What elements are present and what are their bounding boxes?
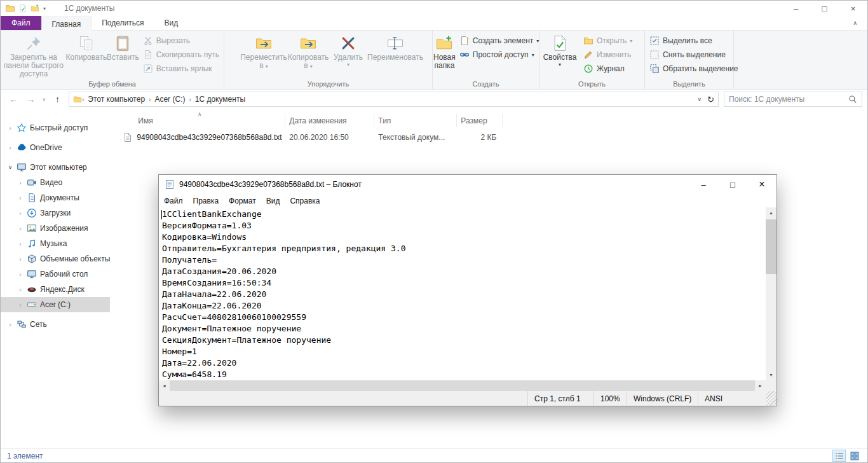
sidebar-item-desktop[interactable]: › Рабочий стол bbox=[1, 266, 110, 282]
cut-button[interactable]: Вырезать bbox=[139, 34, 223, 48]
open-button[interactable]: Открыть ▾ bbox=[580, 34, 636, 48]
sidebar-item-documents[interactable]: › Документы bbox=[1, 190, 110, 205]
breadcrumb-current-folder[interactable]: 1С документы bbox=[191, 95, 249, 104]
horizontal-scroll-thumb[interactable] bbox=[170, 380, 755, 391]
notepad-titlebar[interactable]: 94908043cdbe43c3929e07368b568a8d.txt – Б… bbox=[159, 175, 776, 194]
move-to-button[interactable]: Переместить в ▾ bbox=[241, 31, 286, 79]
rename-button[interactable]: Переименовать bbox=[366, 31, 424, 79]
thumbnails-view-button[interactable] bbox=[848, 450, 861, 462]
tab-view[interactable]: Вид bbox=[154, 16, 188, 30]
easy-access-button[interactable]: Простой доступ ▾ bbox=[456, 48, 543, 62]
chevron-down-icon[interactable]: ∨ bbox=[7, 164, 13, 170]
pin-icon bbox=[25, 34, 43, 52]
copy-path-button[interactable]: Скопировать путь bbox=[139, 48, 223, 62]
sidebar-item-network[interactable]: › Сеть bbox=[1, 317, 110, 332]
back-button[interactable]: ← bbox=[6, 92, 22, 107]
delete-button[interactable]: Удалить ▾ bbox=[330, 31, 366, 79]
column-header-date-modified[interactable]: Дата изменения bbox=[285, 114, 374, 127]
scroll-down-icon[interactable]: ▼ bbox=[766, 370, 776, 380]
history-button[interactable]: Журнал bbox=[580, 62, 636, 76]
scroll-up-icon[interactable]: ▲ bbox=[766, 207, 776, 218]
chevron-right-icon[interactable]: › bbox=[17, 271, 24, 278]
qat-dropdown-icon[interactable]: ▾ bbox=[43, 6, 46, 11]
chevron-right-icon[interactable]: › bbox=[17, 240, 24, 247]
notepad-text-area[interactable]: 1CClientBankExchange ВерсияФормата=1.03 … bbox=[159, 207, 766, 380]
chevron-right-icon[interactable]: › bbox=[17, 301, 24, 308]
up-button[interactable]: ↑ bbox=[50, 92, 65, 107]
maximize-button[interactable]: □ bbox=[718, 175, 747, 194]
chevron-right-icon[interactable]: › bbox=[17, 210, 24, 217]
star-icon bbox=[17, 123, 27, 133]
address-history-icon[interactable]: ∨ bbox=[698, 96, 702, 102]
qat-new-folder-icon[interactable] bbox=[31, 4, 39, 13]
forward-button[interactable]: → bbox=[23, 92, 39, 107]
chevron-right-icon[interactable]: › bbox=[17, 179, 24, 186]
chevron-right-icon[interactable]: › bbox=[7, 144, 13, 151]
chevron-right-icon[interactable]: › bbox=[17, 195, 24, 202]
menu-file[interactable]: Файл bbox=[159, 197, 188, 205]
scroll-right-icon[interactable]: ► bbox=[755, 380, 766, 391]
pin-to-quick-access-button[interactable]: Закрепить на панели быстрого доступа bbox=[1, 31, 66, 79]
search-icon[interactable] bbox=[848, 95, 857, 104]
search-input[interactable] bbox=[729, 95, 844, 104]
edit-button[interactable]: Изменить bbox=[580, 48, 636, 62]
tab-share[interactable]: Поделиться bbox=[92, 16, 154, 30]
collapse-ribbon-icon[interactable]: ∧ bbox=[853, 20, 857, 26]
paste-button[interactable]: Вставить bbox=[107, 31, 139, 79]
chevron-right-icon[interactable]: › bbox=[17, 256, 24, 263]
chevron-right-icon[interactable]: › bbox=[7, 321, 13, 328]
file-row[interactable]: 94908043cdbe43c3929e07368b568a8d.txt 20.… bbox=[110, 130, 503, 144]
chevron-right-icon[interactable]: › bbox=[17, 286, 24, 293]
sidebar-item-videos[interactable]: › Видео bbox=[1, 175, 110, 190]
menu-view[interactable]: Вид bbox=[261, 197, 285, 205]
vertical-scroll-thumb[interactable] bbox=[766, 219, 776, 274]
recent-locations-icon[interactable]: ∨ bbox=[40, 92, 48, 107]
close-button[interactable]: × bbox=[839, 1, 867, 16]
maximize-button[interactable]: □ bbox=[810, 1, 839, 16]
minimize-button[interactable]: – bbox=[689, 175, 718, 194]
sidebar-item-quick-access[interactable]: › Быстрый доступ bbox=[1, 120, 110, 135]
invert-selection-button[interactable]: Обратить выделение bbox=[646, 62, 742, 76]
column-header-name[interactable]: ∧ Имя bbox=[110, 114, 285, 127]
sidebar-item-pictures[interactable]: › Изображения bbox=[1, 221, 110, 236]
qat-properties-icon[interactable] bbox=[18, 4, 27, 13]
zoom-level: 100% bbox=[593, 391, 627, 406]
details-view-button[interactable] bbox=[832, 450, 846, 462]
sidebar-item-3d-objects[interactable]: › Объемные объекты bbox=[1, 251, 110, 266]
sidebar-item-downloads[interactable]: › Загрузки bbox=[1, 205, 110, 221]
breadcrumb-this-pc[interactable]: Этот компьютер bbox=[84, 95, 149, 104]
select-all-button[interactable]: Выделить все bbox=[646, 34, 742, 48]
sidebar-item-music[interactable]: › Музыка bbox=[1, 236, 110, 251]
close-button[interactable]: × bbox=[747, 175, 776, 194]
select-none-button[interactable]: Снять выделение bbox=[646, 48, 742, 62]
sidebar-item-this-pc[interactable]: ∨ Этот компьютер bbox=[1, 160, 110, 175]
minimize-button[interactable]: – bbox=[782, 1, 810, 16]
paste-shortcut-button[interactable]: Вставить ярлык bbox=[139, 62, 223, 76]
vertical-scrollbar[interactable]: ▲ ▼ bbox=[766, 207, 776, 380]
chevron-right-icon[interactable]: › bbox=[17, 225, 24, 232]
address-bar[interactable]: › Этот компьютер › Acer (C:) › 1С докуме… bbox=[69, 92, 719, 107]
column-header-size[interactable]: Размер bbox=[457, 114, 503, 127]
properties-button[interactable]: Свойства ▾ bbox=[540, 31, 580, 79]
breadcrumb-drive-c[interactable]: Acer (C:) bbox=[151, 95, 189, 104]
pictures-icon bbox=[27, 223, 37, 233]
chevron-right-icon[interactable]: › bbox=[7, 125, 13, 132]
notepad-window-controls: – □ × bbox=[689, 175, 776, 194]
sidebar-item-yandex-disk[interactable]: › Яндекс.Диск bbox=[1, 282, 110, 297]
menu-help[interactable]: Справка bbox=[285, 197, 325, 205]
copy-button[interactable]: Копировать bbox=[66, 31, 107, 79]
refresh-icon[interactable]: ↻ bbox=[707, 95, 714, 104]
new-folder-button[interactable]: Новая папка bbox=[433, 31, 456, 79]
column-header-type[interactable]: Тип bbox=[374, 114, 457, 127]
copy-to-button[interactable]: Копировать в ▾ bbox=[286, 31, 330, 79]
sidebar-item-onedrive[interactable]: › OneDrive bbox=[1, 140, 110, 155]
sidebar-item-drive-c[interactable]: › Acer (C:) bbox=[1, 297, 110, 312]
resize-grip[interactable] bbox=[766, 391, 776, 406]
tab-home[interactable]: Главная bbox=[41, 17, 92, 31]
menu-format[interactable]: Формат bbox=[224, 197, 261, 205]
tab-file[interactable]: Файл bbox=[1, 16, 41, 30]
horizontal-scrollbar[interactable]: ◄ ► bbox=[159, 380, 766, 391]
new-item-button[interactable]: Создать элемент ▾ bbox=[456, 34, 543, 48]
scroll-left-icon[interactable]: ◄ bbox=[159, 380, 170, 391]
menu-edit[interactable]: Правка bbox=[188, 197, 224, 205]
